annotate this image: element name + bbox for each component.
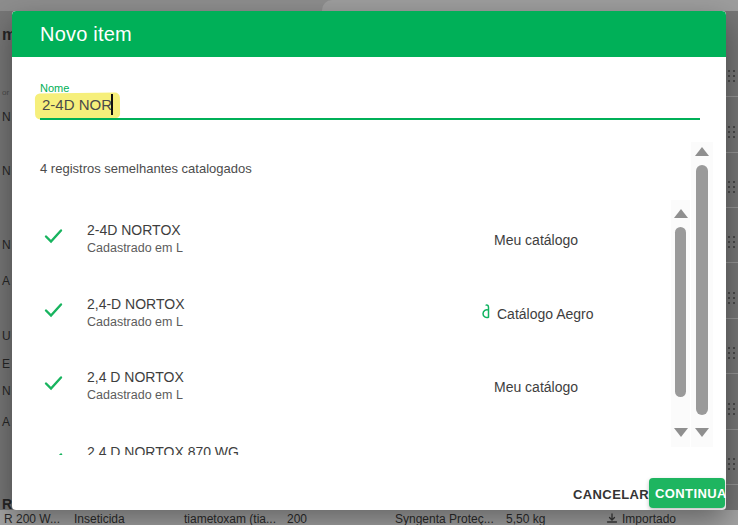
result-title: 2,4-D NORTOX bbox=[87, 296, 185, 312]
drag-dots-icon bbox=[728, 458, 736, 470]
bg-text-fragment: U bbox=[2, 329, 11, 343]
bg-table-cell: Importado bbox=[622, 512, 676, 525]
new-item-dialog: Novo item Nome 2-4D NOR 4 registros seme… bbox=[12, 11, 726, 510]
bg-text-fragment: N bbox=[2, 110, 11, 124]
result-subtitle: Cadastrado em L bbox=[87, 315, 183, 329]
result-title: 2,4 D NORTOX bbox=[87, 369, 184, 385]
result-catalog: Meu catálogo bbox=[494, 232, 578, 248]
similar-records-summary: 4 registros semelhantes catalogados bbox=[40, 161, 252, 176]
bg-table-cell: Syngenta Proteç... bbox=[395, 512, 494, 525]
bg-text-fragment: N bbox=[2, 384, 11, 398]
screen: m or N N N A U E N A R... R 200 W... Ins… bbox=[0, 0, 738, 525]
cancel-button[interactable]: CANCELAR bbox=[565, 481, 657, 508]
drag-dots-icon bbox=[728, 236, 736, 248]
check-icon bbox=[44, 302, 63, 318]
backdrop-table-row: R 200 W... Inseticida tiametoxam (tia...… bbox=[0, 510, 738, 525]
result-catalog: Meu catálogo bbox=[494, 379, 578, 395]
result-title: 2,4 D NORTOX 870 WG bbox=[87, 444, 239, 455]
bg-text-fragment: N bbox=[2, 238, 11, 252]
check-icon bbox=[44, 375, 63, 391]
result-row[interactable]: 2,4 D NORTOX Cadastrado em L Meu catálog… bbox=[40, 364, 670, 412]
result-row[interactable]: 2-4D NORTOX Cadastrado em L Meu catálogo bbox=[40, 217, 670, 265]
result-subtitle: Cadastrado em L bbox=[87, 241, 183, 255]
text-cursor bbox=[111, 94, 113, 115]
backdrop-page-tab bbox=[322, 0, 738, 11]
drag-dots-icon bbox=[728, 70, 736, 82]
import-icon bbox=[606, 513, 618, 524]
bg-text-fragment: N bbox=[2, 164, 11, 178]
result-catalog: Catálogo Aegro bbox=[497, 306, 594, 322]
name-input[interactable]: 2-4D NOR bbox=[42, 96, 112, 113]
result-subtitle: Cadastrado em L bbox=[87, 388, 183, 402]
scroll-down-icon[interactable] bbox=[674, 428, 688, 437]
drag-dots-icon bbox=[728, 403, 736, 415]
bg-text-fragment: m bbox=[2, 26, 12, 44]
bg-table-cell: tiametoxam (tia... bbox=[184, 512, 276, 525]
drag-dots-icon bbox=[728, 181, 736, 193]
backdrop-left-strip: m or N N N A U E N A R... bbox=[0, 11, 12, 525]
scroll-down-icon[interactable] bbox=[695, 428, 709, 437]
check-icon bbox=[44, 452, 63, 455]
result-row-clipped[interactable]: 2,4 D NORTOX 870 WG bbox=[40, 436, 670, 455]
aegro-logo-icon bbox=[478, 303, 493, 321]
scrollbar-thumb[interactable] bbox=[696, 165, 708, 415]
scrollbar-thumb[interactable] bbox=[675, 227, 686, 397]
list-scrollbar[interactable] bbox=[671, 200, 690, 447]
bg-text-fragment: A bbox=[2, 415, 10, 429]
result-row[interactable]: 2,4-D NORTOX Cadastrado em L Catálogo Ae… bbox=[40, 291, 670, 339]
backdrop-right-strip bbox=[726, 11, 738, 525]
bg-table-cell: Inseticida bbox=[74, 512, 125, 525]
bg-table-cell: R 200 W... bbox=[4, 512, 60, 525]
bg-text-fragment: A bbox=[2, 274, 10, 288]
result-title: 2-4D NORTOX bbox=[87, 222, 181, 238]
scroll-up-icon[interactable] bbox=[674, 209, 688, 218]
dialog-header: Novo item bbox=[12, 11, 726, 57]
drag-dots-icon bbox=[728, 292, 736, 304]
scroll-up-icon[interactable] bbox=[695, 147, 709, 156]
dialog-title: Novo item bbox=[40, 23, 132, 46]
bg-text-fragment: E bbox=[2, 357, 10, 371]
bg-table-cell: 5,50 kg bbox=[506, 512, 545, 525]
continue-button[interactable]: CONTINUAR bbox=[649, 478, 725, 508]
bg-text-fragment: or bbox=[2, 88, 9, 97]
dialog-scrollbar[interactable] bbox=[691, 142, 713, 447]
drag-dots-icon bbox=[728, 347, 736, 359]
name-field-underline bbox=[40, 118, 700, 120]
bg-table-cell: 200 bbox=[287, 512, 307, 525]
drag-dots-icon bbox=[728, 126, 736, 138]
check-icon bbox=[44, 228, 63, 244]
